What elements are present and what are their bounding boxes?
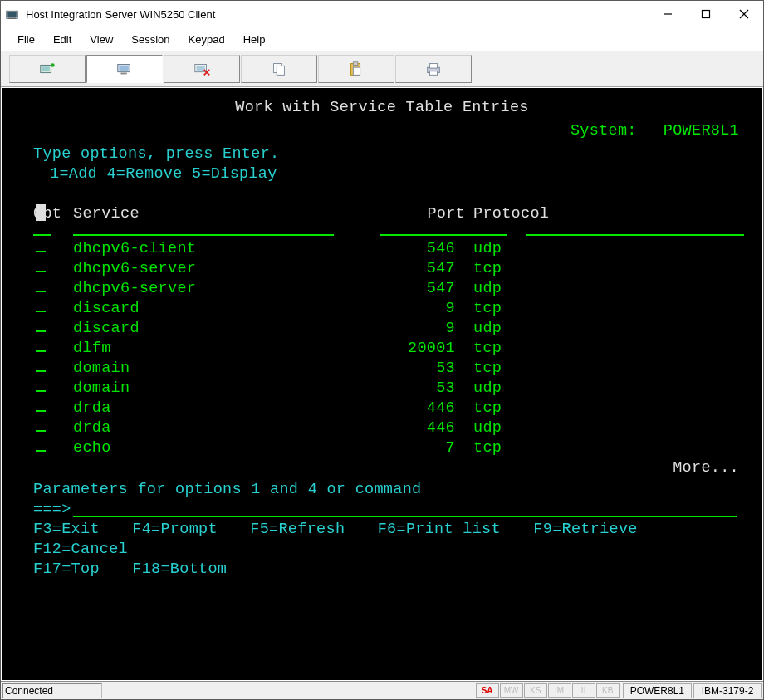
title-bar: Host Integration Server WIN5250 Client (1, 1, 763, 27)
svg-rect-21 (353, 67, 360, 75)
svg-rect-14 (197, 66, 205, 71)
menu-view[interactable]: View (81, 30, 121, 49)
command-input[interactable] (73, 502, 737, 517)
close-button[interactable] (725, 1, 763, 27)
indicator-sa: SA (476, 683, 499, 698)
menu-keypad[interactable]: Keypad (180, 30, 233, 49)
opt-field[interactable] (33, 359, 73, 379)
command-prompt: ===> (33, 500, 71, 520)
opt-field[interactable] (33, 279, 73, 299)
svg-rect-18 (277, 66, 284, 75)
fkey-f18: F18=Bottom (132, 560, 227, 580)
fkey-f12: F12=Cancel (33, 540, 128, 560)
col-header-port: Port (407, 204, 473, 224)
fkey-f9: F9=Retrieve (533, 520, 637, 540)
cell-protocol: tcp (473, 299, 502, 319)
opt-field[interactable] (33, 419, 73, 438)
svg-rect-1 (8, 17, 16, 19)
toolbar-paste-button[interactable] (318, 55, 394, 83)
table-row: domain53udp (33, 379, 762, 399)
toolbar-connect-button[interactable] (9, 55, 86, 83)
cell-protocol: udp (473, 279, 502, 299)
fkey-f17: F17=Top (33, 560, 100, 580)
cell-protocol: udp (473, 239, 502, 259)
cell-service: dhcpv6-server (73, 279, 390, 299)
cell-port: 7 (390, 438, 473, 458)
cell-service: domain (73, 359, 390, 379)
app-icon (6, 8, 21, 20)
indicator-mw: MW (500, 683, 523, 698)
indicator-ii: II (572, 683, 595, 698)
cursor (36, 204, 46, 221)
menu-file[interactable]: File (9, 30, 43, 49)
cell-port: 9 (390, 319, 473, 339)
maximize-button[interactable] (687, 1, 725, 27)
status-indicators: SA MW KS IM II KB (476, 683, 620, 698)
opt-field[interactable] (33, 319, 73, 339)
svg-rect-11 (120, 66, 129, 71)
opt-field[interactable] (33, 379, 73, 399)
cell-service: dhcpv6-client (73, 239, 390, 259)
cell-port: 547 (390, 259, 473, 279)
table-row: dhcpv6-server547tcp (33, 259, 762, 279)
cell-service: echo (73, 438, 390, 458)
cell-service: drda (73, 419, 390, 438)
cell-port: 547 (390, 279, 473, 299)
toolbar-disconnect-button[interactable] (164, 55, 240, 83)
table-row: discard9tcp (33, 299, 762, 319)
window-title: Host Integration Server WIN5250 Client (26, 8, 649, 21)
status-host: POWER8L1 (623, 683, 692, 698)
cell-port: 446 (390, 399, 473, 419)
svg-rect-4 (703, 11, 710, 18)
table-row: dlfm20001tcp (33, 339, 762, 359)
instruction-line: Type options, press Enter. (2, 144, 762, 164)
toolbar-terminal-button[interactable] (86, 55, 163, 83)
toolbar-copy-button[interactable] (241, 55, 317, 83)
menu-session[interactable]: Session (123, 30, 178, 49)
minimize-button[interactable] (649, 1, 687, 27)
fkey-f3: F3=Exit (33, 520, 100, 540)
toolbar-print-button[interactable] (395, 55, 472, 83)
table-row: echo7tcp (33, 438, 762, 458)
cell-port: 53 (390, 359, 473, 379)
fkey-f4: F4=Prompt (132, 520, 218, 540)
table-row: discard9udp (33, 319, 762, 339)
cell-service: dlfm (73, 339, 390, 359)
table-row: dhcpv6-client546udp (33, 239, 762, 259)
opt-field[interactable] (33, 438, 73, 458)
fkey-f6: F6=Print list (378, 520, 501, 540)
status-connected: Connected (2, 683, 102, 698)
fkey-row-2: F17=Top F18=Bottom (2, 560, 762, 580)
opt-field[interactable] (33, 259, 73, 279)
system-value: POWER8L1 (664, 121, 739, 141)
opt-field[interactable] (33, 299, 73, 319)
service-table: dhcpv6-client546udp dhcpv6-server547tcp … (2, 239, 762, 458)
fkey-row-1: F3=Exit F4=Prompt F5=Refresh F6=Print li… (2, 520, 762, 560)
terminal-screen[interactable]: Work with Service Table Entries System: … (2, 88, 762, 680)
cell-protocol: udp (473, 379, 502, 399)
params-label: Parameters for options 1 and 4 or comman… (2, 480, 762, 500)
cell-protocol: tcp (473, 359, 502, 379)
table-row: dhcpv6-server547udp (33, 279, 762, 299)
opt-field[interactable] (33, 239, 73, 259)
menu-help[interactable]: Help (235, 30, 274, 49)
opt-field[interactable] (33, 339, 73, 359)
menu-edit[interactable]: Edit (45, 30, 80, 49)
svg-rect-23 (429, 64, 437, 69)
opt-field[interactable] (33, 399, 73, 419)
status-devtype: IBM-3179-2 (693, 683, 762, 698)
fkey-f5: F5=Refresh (250, 520, 345, 540)
options-legend: 1=Add 4=Remove 5=Display (2, 164, 762, 184)
screen-title: Work with Service Table Entries (2, 98, 762, 118)
cell-service: discard (73, 319, 390, 339)
indicator-ks: KS (524, 683, 547, 698)
svg-rect-8 (42, 66, 50, 71)
more-indicator: More... (2, 458, 762, 478)
indicator-kb: KB (596, 683, 620, 698)
status-bar: Connected SA MW KS IM II KB POWER8L1 IBM… (1, 681, 763, 699)
cell-port: 9 (390, 299, 473, 319)
cell-protocol: tcp (473, 438, 502, 458)
table-row: drda446udp (33, 419, 762, 438)
cell-protocol: tcp (473, 259, 502, 279)
col-header-service: Service (73, 204, 407, 224)
